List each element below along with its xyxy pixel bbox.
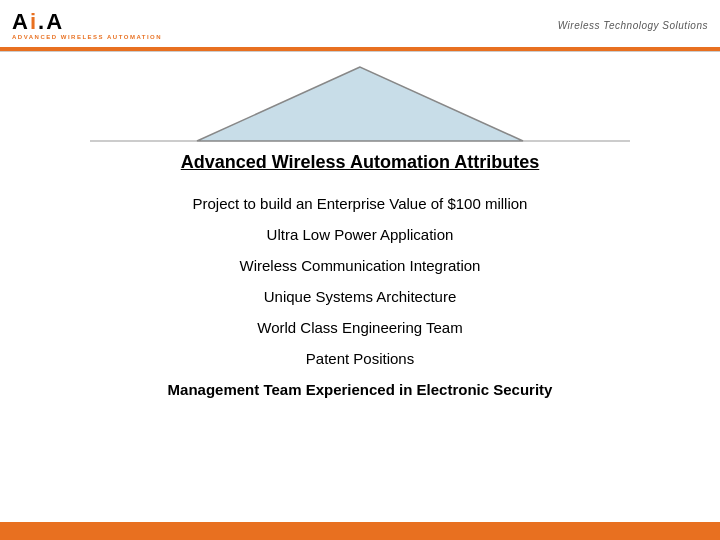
bullet-item-1: Ultra Low Power Application (60, 224, 660, 245)
header-orange-bar (0, 47, 720, 51)
triangle-section (0, 52, 720, 142)
header: Ai.A ADVANCED WIRELESS AUTOMATION Wirele… (0, 0, 720, 52)
footer-bar (0, 522, 720, 540)
logo-area: Ai.A ADVANCED WIRELESS AUTOMATION (12, 11, 162, 40)
triangle-graphic (90, 62, 630, 142)
main-content: Advanced Wireless Automation Attributes … (0, 142, 720, 400)
logo-subtitle: ADVANCED WIRELESS AUTOMATION (12, 34, 162, 40)
bullet-item-0: Project to build an Enterprise Value of … (60, 193, 660, 214)
svg-marker-2 (197, 67, 523, 141)
logo-text: Ai.A (12, 11, 64, 33)
bullet-item-4: World Class Engineering Team (60, 317, 660, 338)
bullet-item-2: Wireless Communication Integration (60, 255, 660, 276)
bullet-item-6: Management Team Experienced in Electroni… (60, 379, 660, 400)
bullet-list: Project to build an Enterprise Value of … (60, 193, 660, 400)
header-tagline: Wireless Technology Solutions (558, 20, 708, 31)
main-title: Advanced Wireless Automation Attributes (60, 152, 660, 173)
triangle-svg (90, 62, 630, 142)
bullet-item-5: Patent Positions (60, 348, 660, 369)
bullet-item-3: Unique Systems Architecture (60, 286, 660, 307)
